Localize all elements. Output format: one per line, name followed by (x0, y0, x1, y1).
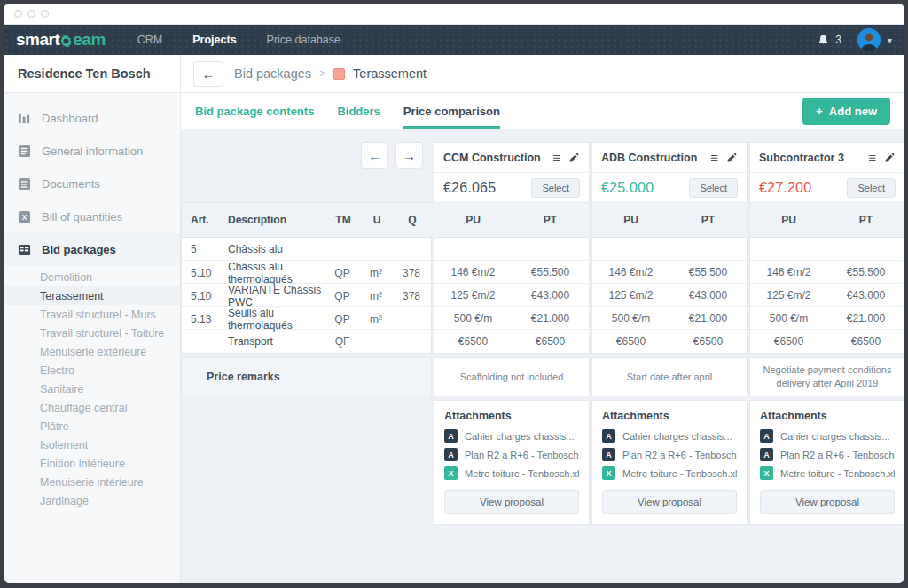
tabs-bar: Bid package contents Bidders Price compa… (181, 93, 904, 129)
cell-pu: 125 €m/2 (434, 289, 512, 302)
cell-pt: €43.000 (827, 289, 904, 302)
sidebar-subitem-isolement[interactable]: Isolement (4, 435, 180, 454)
price-row: 125 €m/2€43.000 (592, 284, 747, 307)
table-row[interactable]: 5.13 Seuils alu thermolaqués QP m² (182, 307, 431, 330)
sidebar-subitem-terassement[interactable]: Terassement (4, 286, 180, 305)
cell-pu: 146 €m/2 (592, 266, 669, 278)
sidebar-item-bill-of-quantities[interactable]: X Bill of quantities (4, 200, 180, 233)
price-row: 500 €/m€21.000 (434, 307, 589, 330)
sidebar-subitem-jardinage[interactable]: Jardinage (4, 491, 180, 510)
nav-item-crm[interactable]: CRM (137, 34, 162, 46)
bidder-menu-icon[interactable]: ≡ (710, 151, 718, 164)
next-bidder-button[interactable]: → (395, 142, 423, 169)
package-color-swatch (333, 68, 345, 80)
tab-price-comparison[interactable]: Price comparison (403, 93, 500, 129)
price-row (750, 238, 904, 261)
sidebar-subitem-travail-structurel-murs[interactable]: Travail structurel - Murs (4, 305, 180, 324)
price-remarks-label: Price remarks (181, 357, 432, 396)
sidebar-subitem-platre[interactable]: Plâtre (4, 417, 180, 435)
table-row[interactable]: 5.10 VARIANTE Châssis PWC QP m² 378 (182, 284, 431, 307)
attachment-item[interactable]: X Metre toiture - Tenbosch.xls (444, 466, 579, 480)
sidebar-item-documents[interactable]: Documents (4, 168, 180, 200)
attachment-item[interactable]: A Cahier charges chassis... (760, 429, 895, 443)
edit-pencil-icon[interactable] (884, 152, 896, 163)
cell-description: Châssis alu (228, 243, 325, 255)
edit-pencil-icon[interactable] (726, 152, 738, 163)
sidebar-item-bid-packages[interactable]: Bid packages (4, 233, 180, 266)
view-proposal-button[interactable]: View proposal (602, 490, 737, 514)
attachment-item[interactable]: A Cahier charges chassis... (444, 429, 579, 443)
attachment-item[interactable]: A Cahier charges chassis... (602, 429, 737, 443)
cell-pt: €21.000 (669, 312, 747, 325)
bid-packages-submenu: Demolition Terassement Travail structure… (4, 268, 180, 510)
bidder-name: CCM Construction (443, 152, 552, 164)
price-row: 146 €m/2€55.500 (750, 261, 904, 284)
sidebar-subitem-electro[interactable]: Electro (4, 361, 180, 380)
cell-pu: €6500 (592, 335, 669, 348)
price-row (592, 238, 747, 261)
tab-bid-package-contents[interactable]: Bid package contents (195, 93, 314, 129)
table-row[interactable]: 5.10 Châssis alu thermolaqués QP m² 378 (182, 261, 431, 284)
price-row: 125 €m/2€43.000 (750, 284, 904, 307)
chevron-down-icon[interactable]: ▾ (888, 35, 892, 45)
sidebar-subitem-menuiserie-exterieure[interactable]: Menuiserie extérieure (4, 342, 180, 361)
view-proposal-button[interactable]: View proposal (760, 490, 895, 514)
attachment-name: Plan R2 a R+6 - Tenbosch.pdf (780, 450, 895, 460)
cell-pt: €6500 (827, 335, 904, 348)
sidebar-item-general-information[interactable]: General information (4, 135, 180, 168)
sidebar-subitem-travail-structurel-toiture[interactable]: Travail structurel - Toiture (4, 324, 180, 342)
sidebar-menu: Dashboard General information Documents … (4, 93, 180, 510)
bidder-column-adb: ADB Construction ≡ €25.000 Select (591, 129, 748, 525)
window-control-dot[interactable] (27, 10, 35, 18)
attachments-title: Attachments (444, 410, 579, 422)
nav-item-projects[interactable]: Projects (192, 34, 236, 46)
cell-pu: €6500 (750, 335, 827, 348)
smartbeam-logo[interactable]: smart eam (16, 30, 106, 50)
prev-bidder-button[interactable]: ← (361, 142, 388, 169)
nav-item-price-database[interactable]: Price database (267, 34, 340, 46)
price-row: 500 €/m€21.000 (750, 307, 904, 330)
sidebar-subitem-menuiserie-interieure[interactable]: Menuiserie intérieure (4, 473, 180, 491)
select-bidder-button[interactable]: Select (847, 178, 896, 198)
attachment-item[interactable]: X Metre toiture - Tenbosch.xls (760, 466, 895, 480)
attachment-item[interactable]: A Plan R2 a R+6 - Tenbosch.pdf (760, 448, 895, 461)
sidebar-subitem-chauffage-central[interactable]: Chauffage central (4, 398, 180, 417)
sidebar-item-dashboard[interactable]: Dashboard (4, 102, 180, 135)
pdf-file-icon: A (602, 429, 615, 443)
sidebar-subitem-finition-interieure[interactable]: Finition intérieure (4, 454, 180, 473)
back-button[interactable]: ← (193, 61, 223, 87)
bell-icon[interactable] (817, 33, 830, 47)
window-control-dot[interactable] (14, 10, 22, 18)
cell-art: 5.10 (191, 267, 228, 279)
col-header-pt: PT (669, 203, 747, 237)
cell-tm: QP (325, 267, 360, 279)
attachment-item[interactable]: X Metre toiture - Tenbosch.xls (602, 466, 737, 480)
cell-pt: €6500 (512, 335, 589, 348)
bidder-menu-icon[interactable]: ≡ (552, 151, 560, 164)
table-row[interactable]: 5 Châssis alu (182, 238, 431, 261)
breadcrumb-parent[interactable]: Bid packages (234, 67, 311, 81)
add-new-button[interactable]: + Add new (802, 98, 890, 125)
window-control-dot[interactable] (41, 10, 49, 18)
sidebar-subitem-demolition[interactable]: Demolition (4, 268, 180, 286)
avatar[interactable] (857, 28, 881, 51)
edit-pencil-icon[interactable] (568, 152, 580, 163)
select-bidder-button[interactable]: Select (531, 178, 580, 198)
attachment-item[interactable]: A Plan R2 a R+6 - Tenbosch.pdf (602, 448, 737, 461)
excel-file-icon: X (444, 466, 458, 480)
attachments-title: Attachments (602, 410, 737, 422)
attachment-item[interactable]: A Plan R2 a R+6 - Tenbosch.pdf (444, 448, 579, 461)
attachment-name: Plan R2 a R+6 - Tenbosch.pdf (465, 450, 579, 460)
table-row[interactable]: Transport QF (182, 330, 431, 353)
attachment-name: Plan R2 a R+6 - Tenbosch.pdf (622, 450, 737, 460)
price-row: 146 €m/2€55.500 (434, 261, 589, 284)
attachment-name: Cahier charges chassis... (780, 431, 890, 442)
tab-bidders[interactable]: Bidders (337, 93, 380, 129)
pdf-file-icon: A (760, 448, 773, 461)
col-header-q: Q (393, 214, 432, 226)
view-proposal-button[interactable]: View proposal (444, 490, 579, 514)
select-bidder-button[interactable]: Select (689, 178, 738, 198)
bidder-menu-icon[interactable]: ≡ (868, 151, 876, 164)
top-nav-links: CRM Projects Price database (137, 34, 340, 46)
sidebar-subitem-sanitaire[interactable]: Sanitaire (4, 380, 180, 398)
